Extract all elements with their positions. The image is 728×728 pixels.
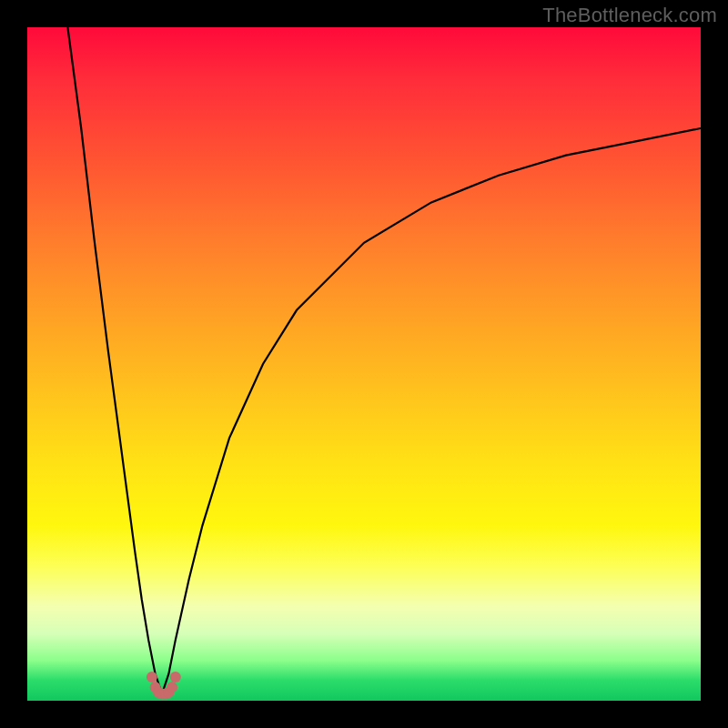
marker-dot (147, 672, 157, 682)
outer-frame: TheBottleneck.com (0, 0, 728, 728)
marker-dot (170, 672, 181, 682)
curve-layer (27, 27, 701, 701)
plot-area (27, 27, 701, 701)
curve-left-branch (67, 27, 162, 694)
watermark-text: TheBottleneck.com (542, 4, 717, 27)
marker-dot (167, 682, 177, 693)
marker-cluster (147, 672, 181, 700)
curve-right-branch (162, 128, 701, 694)
